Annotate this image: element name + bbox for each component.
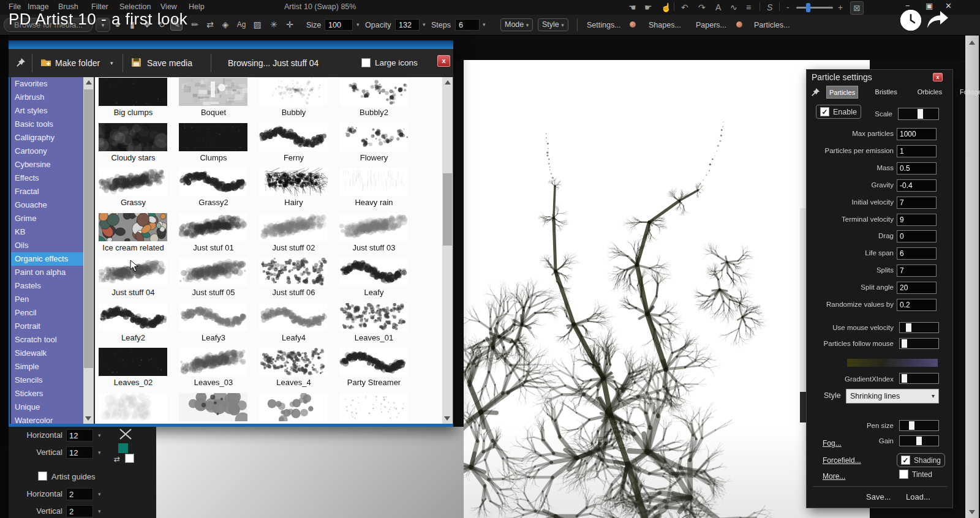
- brush-item[interactable]: [176, 393, 258, 423]
- crossed-tool-icon[interactable]: [119, 428, 132, 440]
- guide-row-dropdown-icon[interactable]: ▾: [98, 491, 101, 497]
- brush-item[interactable]: [96, 393, 178, 423]
- text-tool-icon[interactable]: A: [715, 1, 721, 13]
- sidebar-item-basic-tools[interactable]: Basic tools: [11, 118, 83, 131]
- brush-item-leafy2[interactable]: Leafy2: [96, 303, 178, 342]
- tab-particles[interactable]: Particles: [826, 86, 858, 99]
- brush-item-just-stuf-01[interactable]: Just stuf 01: [176, 213, 258, 252]
- brush-item-party-streamer[interactable]: Party Streamer: [337, 348, 418, 387]
- field-input-particles-per-emission[interactable]: [897, 145, 937, 157]
- sidebar-item-fractal[interactable]: Fractal: [11, 185, 83, 198]
- brush-thumbnail[interactable]: [99, 78, 167, 106]
- field-input-terminal-velocity[interactable]: [897, 214, 937, 226]
- tab-orbicles[interactable]: Orbicles: [915, 86, 944, 99]
- brush-item-ferny[interactable]: Ferny: [257, 123, 338, 162]
- sidebar-item-portrait[interactable]: Portrait: [11, 320, 83, 333]
- sidebar-item-pencil[interactable]: Pencil: [11, 306, 83, 320]
- make-folder-button[interactable]: Make folder: [55, 58, 100, 68]
- sidebar-item-scratch-tool[interactable]: Scratch tool: [11, 333, 83, 347]
- brush-item-leafy[interactable]: Leafy: [337, 258, 418, 297]
- field-input-drag[interactable]: [897, 230, 937, 242]
- brush-thumbnail[interactable]: [259, 123, 328, 151]
- swap-colors-icon[interactable]: ⇄: [114, 455, 120, 464]
- hand-tool-right-icon[interactable]: ☛: [644, 1, 652, 13]
- grid-scrollbar[interactable]: [442, 77, 453, 424]
- gradient-x-index-slider[interactable]: [899, 373, 939, 384]
- window-minimize-button[interactable]: −: [905, 1, 910, 10]
- sidebar-item-simple[interactable]: Simple: [11, 360, 83, 373]
- brush-item[interactable]: [257, 393, 338, 423]
- canvas-vertical-scrollbar[interactable]: [965, 36, 979, 518]
- zoom-in-icon[interactable]: +: [838, 1, 843, 13]
- particles-button[interactable]: Particles...: [754, 21, 790, 29]
- brush-thumbnail[interactable]: [259, 213, 328, 241]
- field-input-split-angle[interactable]: [897, 282, 937, 294]
- menu-help[interactable]: Help: [189, 2, 205, 11]
- lines-icon[interactable]: ≡: [746, 1, 751, 13]
- mode-combo[interactable]: Mode ▾: [500, 18, 533, 31]
- guide-row-dropdown-icon[interactable]: ▾: [98, 508, 101, 514]
- brush-thumbnail[interactable]: [339, 393, 408, 421]
- use-mouse-velocity-slider[interactable]: [899, 322, 939, 333]
- brush-thumbnail[interactable]: [99, 123, 167, 151]
- brush-item-bubbly[interactable]: Bubbly: [257, 78, 338, 117]
- scroll-down-icon[interactable]: [969, 510, 975, 514]
- brush-item-leaves-4[interactable]: Leaves_4: [257, 348, 338, 387]
- style-select[interactable]: Shrinking lines ▾: [846, 389, 939, 404]
- scale-slider[interactable]: [898, 108, 939, 120]
- settings-button[interactable]: Settings...: [587, 21, 621, 29]
- brush-item[interactable]: [337, 393, 418, 423]
- sidebar-item-art-styles[interactable]: Art styles: [11, 104, 83, 118]
- brush-item-just-stuff-06[interactable]: Just stuff 06: [257, 258, 338, 297]
- brush-thumbnail[interactable]: [179, 303, 247, 331]
- brush-thumbnail[interactable]: [179, 348, 247, 376]
- sidebar-item-kb[interactable]: KB: [11, 225, 83, 239]
- styles-icon[interactable]: S: [767, 1, 772, 13]
- shading-checkbox[interactable]: ✓: [901, 456, 910, 465]
- sidebar-item-favorites[interactable]: Favorites: [11, 77, 83, 91]
- brush-item-big-clumps[interactable]: Big clumps: [96, 78, 178, 117]
- brush-item-cloudy-stars[interactable]: Cloudy stars: [96, 123, 178, 162]
- guide-row-value[interactable]: [66, 505, 93, 517]
- opacity-input[interactable]: [395, 19, 420, 31]
- brush-thumbnail[interactable]: [339, 348, 408, 376]
- guide-row-value[interactable]: [66, 488, 93, 500]
- sidebar-item-organic-effects[interactable]: Organic effects: [11, 252, 83, 266]
- crosshair-tool-icon[interactable]: ✛: [284, 19, 296, 30]
- sidebar-item-gouache[interactable]: Gouache: [11, 198, 83, 212]
- watch-later-icon[interactable]: [900, 10, 921, 31]
- tool-options-icon[interactable]: ⊠: [850, 1, 864, 15]
- brush-item-ice-cream-related[interactable]: Ice cream related: [96, 213, 178, 252]
- brush-item-grassy[interactable]: Grassy: [96, 168, 178, 207]
- hand-tool-up-icon[interactable]: ☝: [661, 1, 671, 13]
- brush-item-grassy2[interactable]: Grassy2: [176, 168, 258, 207]
- sidebar-item-cybersine[interactable]: Cybersine: [11, 158, 83, 171]
- brush-thumbnail[interactable]: [99, 168, 167, 196]
- brush-thumbnail[interactable]: [179, 168, 247, 196]
- brush-thumbnail[interactable]: [259, 393, 328, 421]
- gain-slider[interactable]: [899, 435, 939, 446]
- brush-thumbnail[interactable]: [259, 348, 328, 376]
- pen-size-slider[interactable]: [899, 420, 939, 431]
- dialog-close-button[interactable]: x: [437, 55, 450, 67]
- brush-item-clumps[interactable]: Clumps: [176, 123, 258, 162]
- save-button[interactable]: Save...: [866, 492, 891, 501]
- pin-icon[interactable]: [16, 58, 26, 67]
- brush-thumbnail[interactable]: [179, 393, 247, 421]
- enable-checkbox[interactable]: ✓: [820, 107, 829, 116]
- swap-tool-icon[interactable]: ⇄: [204, 19, 216, 30]
- brush-item-just-stuff-03[interactable]: Just stuff 03: [337, 213, 418, 252]
- sidebar-scroll-thumb[interactable]: [84, 89, 93, 368]
- field-input-max-particles[interactable]: [897, 128, 937, 140]
- color-swatch-primary[interactable]: [118, 443, 128, 453]
- tab-foliage[interactable]: Foliage: [957, 86, 980, 99]
- large-icons-checkbox[interactable]: ✓: [361, 58, 371, 67]
- sidebar-item-watercolor[interactable]: Watercolor: [11, 414, 83, 424]
- field-input-splits[interactable]: [897, 265, 937, 277]
- particles-follow-mouse-slider[interactable]: [899, 338, 939, 349]
- brush-thumbnail[interactable]: [259, 78, 328, 106]
- undo-icon[interactable]: ↶: [681, 1, 688, 13]
- diamond-tool-icon[interactable]: ◈: [219, 19, 232, 30]
- field-input-life-span[interactable]: [897, 247, 937, 260]
- sidebar-item-sidewalk[interactable]: Sidewalk: [11, 347, 83, 360]
